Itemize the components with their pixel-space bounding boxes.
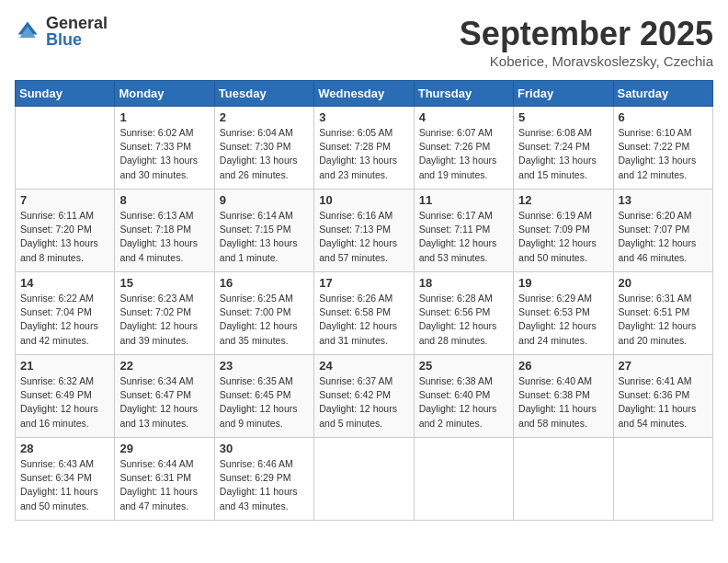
day-number: 11 bbox=[419, 193, 508, 207]
calendar-cell: 6Sunrise: 6:10 AMSunset: 7:22 PMDaylight… bbox=[613, 107, 712, 190]
week-row-5: 28Sunrise: 6:43 AMSunset: 6:34 PMDayligh… bbox=[16, 438, 713, 521]
month-title: September 2025 bbox=[460, 15, 713, 53]
calendar-cell bbox=[414, 438, 513, 521]
day-info: Sunrise: 6:17 AMSunset: 7:11 PMDaylight:… bbox=[419, 209, 508, 265]
calendar-table: SundayMondayTuesdayWednesdayThursdayFrid… bbox=[15, 80, 713, 521]
calendar-cell: 25Sunrise: 6:38 AMSunset: 6:40 PMDayligh… bbox=[414, 355, 513, 438]
day-number: 17 bbox=[319, 276, 408, 290]
week-row-3: 14Sunrise: 6:22 AMSunset: 7:04 PMDayligh… bbox=[16, 272, 713, 355]
calendar-cell: 23Sunrise: 6:35 AMSunset: 6:45 PMDayligh… bbox=[214, 355, 313, 438]
day-info: Sunrise: 6:13 AMSunset: 7:18 PMDaylight:… bbox=[119, 209, 209, 265]
calendar-cell: 10Sunrise: 6:16 AMSunset: 7:13 PMDayligh… bbox=[314, 190, 414, 272]
calendar-cell: 20Sunrise: 6:31 AMSunset: 6:51 PMDayligh… bbox=[613, 272, 712, 355]
calendar-cell: 18Sunrise: 6:28 AMSunset: 6:56 PMDayligh… bbox=[414, 272, 513, 355]
calendar-cell bbox=[16, 107, 115, 190]
logo-text: General Blue bbox=[46, 15, 108, 48]
day-info: Sunrise: 6:31 AMSunset: 6:51 PMDaylight:… bbox=[619, 292, 708, 348]
calendar-cell: 2Sunrise: 6:04 AMSunset: 7:30 PMDaylight… bbox=[214, 107, 313, 190]
location-label: Koberice, Moravskoslezsky, Czechia bbox=[460, 53, 713, 69]
page-header: General Blue September 2025 Koberice, Mo… bbox=[15, 15, 713, 69]
weekday-header-sunday: Sunday bbox=[16, 81, 115, 107]
day-number: 7 bbox=[20, 193, 109, 207]
day-info: Sunrise: 6:41 AMSunset: 6:36 PMDaylight:… bbox=[619, 374, 708, 431]
weekday-header-wednesday: Wednesday bbox=[314, 81, 414, 107]
calendar-cell: 12Sunrise: 6:19 AMSunset: 7:09 PMDayligh… bbox=[514, 190, 613, 272]
weekday-header-saturday: Saturday bbox=[613, 81, 712, 107]
day-info: Sunrise: 6:14 AMSunset: 7:15 PMDaylight:… bbox=[220, 209, 309, 265]
calendar-cell bbox=[514, 438, 613, 521]
calendar-cell: 22Sunrise: 6:34 AMSunset: 6:47 PMDayligh… bbox=[115, 355, 214, 438]
calendar-cell: 30Sunrise: 6:46 AMSunset: 6:29 PMDayligh… bbox=[214, 438, 313, 521]
day-info: Sunrise: 6:19 AMSunset: 7:09 PMDaylight:… bbox=[518, 209, 608, 265]
calendar-cell: 26Sunrise: 6:40 AMSunset: 6:38 PMDayligh… bbox=[514, 355, 613, 438]
weekday-header-monday: Monday bbox=[115, 81, 214, 107]
title-block: September 2025 Koberice, Moravskoslezsky… bbox=[460, 15, 713, 69]
day-info: Sunrise: 6:05 AMSunset: 7:28 PMDaylight:… bbox=[319, 126, 408, 182]
day-info: Sunrise: 6:46 AMSunset: 6:29 PMDaylight:… bbox=[220, 457, 309, 513]
calendar-cell: 11Sunrise: 6:17 AMSunset: 7:11 PMDayligh… bbox=[414, 190, 513, 272]
calendar-cell: 21Sunrise: 6:32 AMSunset: 6:49 PMDayligh… bbox=[16, 355, 115, 438]
day-info: Sunrise: 6:11 AMSunset: 7:20 PMDaylight:… bbox=[20, 209, 109, 265]
calendar-cell: 16Sunrise: 6:25 AMSunset: 7:00 PMDayligh… bbox=[214, 272, 313, 355]
logo-blue-label: Blue bbox=[46, 31, 108, 48]
day-number: 27 bbox=[619, 359, 708, 373]
day-number: 3 bbox=[319, 110, 408, 124]
day-number: 12 bbox=[518, 193, 608, 207]
logo-general-label: General bbox=[46, 15, 108, 31]
calendar-cell: 24Sunrise: 6:37 AMSunset: 6:42 PMDayligh… bbox=[314, 355, 414, 438]
day-info: Sunrise: 6:32 AMSunset: 6:49 PMDaylight:… bbox=[20, 374, 109, 431]
day-info: Sunrise: 6:40 AMSunset: 6:38 PMDaylight:… bbox=[518, 374, 608, 431]
day-info: Sunrise: 6:22 AMSunset: 7:04 PMDaylight:… bbox=[20, 292, 109, 348]
day-info: Sunrise: 6:10 AMSunset: 7:22 PMDaylight:… bbox=[619, 126, 708, 182]
day-number: 28 bbox=[20, 442, 109, 455]
day-info: Sunrise: 6:23 AMSunset: 7:02 PMDaylight:… bbox=[119, 292, 209, 348]
day-number: 26 bbox=[518, 359, 608, 373]
day-number: 1 bbox=[119, 110, 209, 124]
day-number: 25 bbox=[419, 359, 508, 373]
day-number: 30 bbox=[220, 442, 309, 455]
day-number: 10 bbox=[319, 193, 408, 207]
day-info: Sunrise: 6:43 AMSunset: 6:34 PMDaylight:… bbox=[20, 457, 109, 513]
day-number: 16 bbox=[220, 276, 309, 290]
day-number: 23 bbox=[220, 359, 309, 373]
day-info: Sunrise: 6:25 AMSunset: 7:00 PMDaylight:… bbox=[220, 292, 309, 348]
day-number: 15 bbox=[119, 276, 209, 290]
weekday-header-friday: Friday bbox=[514, 81, 613, 107]
calendar-cell: 29Sunrise: 6:44 AMSunset: 6:31 PMDayligh… bbox=[115, 438, 214, 521]
day-info: Sunrise: 6:29 AMSunset: 6:53 PMDaylight:… bbox=[518, 292, 608, 348]
logo-icon bbox=[15, 18, 40, 44]
calendar-cell: 15Sunrise: 6:23 AMSunset: 7:02 PMDayligh… bbox=[115, 272, 214, 355]
day-number: 9 bbox=[220, 193, 309, 207]
calendar-cell: 14Sunrise: 6:22 AMSunset: 7:04 PMDayligh… bbox=[16, 272, 115, 355]
day-number: 13 bbox=[619, 193, 708, 207]
calendar-cell bbox=[314, 438, 414, 521]
calendar-cell: 13Sunrise: 6:20 AMSunset: 7:07 PMDayligh… bbox=[613, 190, 712, 272]
day-number: 29 bbox=[119, 442, 209, 455]
weekday-header-thursday: Thursday bbox=[414, 81, 513, 107]
logo: General Blue bbox=[15, 15, 108, 48]
day-number: 18 bbox=[419, 276, 508, 290]
calendar-cell: 8Sunrise: 6:13 AMSunset: 7:18 PMDaylight… bbox=[115, 190, 214, 272]
day-info: Sunrise: 6:28 AMSunset: 6:56 PMDaylight:… bbox=[419, 292, 508, 348]
day-info: Sunrise: 6:08 AMSunset: 7:24 PMDaylight:… bbox=[518, 126, 608, 182]
day-number: 21 bbox=[20, 359, 109, 373]
day-info: Sunrise: 6:02 AMSunset: 7:33 PMDaylight:… bbox=[119, 126, 209, 182]
day-info: Sunrise: 6:35 AMSunset: 6:45 PMDaylight:… bbox=[220, 374, 309, 431]
day-info: Sunrise: 6:37 AMSunset: 6:42 PMDaylight:… bbox=[319, 374, 408, 431]
day-info: Sunrise: 6:26 AMSunset: 6:58 PMDaylight:… bbox=[319, 292, 408, 348]
weekday-header-tuesday: Tuesday bbox=[214, 81, 313, 107]
day-info: Sunrise: 6:07 AMSunset: 7:26 PMDaylight:… bbox=[419, 126, 508, 182]
day-info: Sunrise: 6:44 AMSunset: 6:31 PMDaylight:… bbox=[119, 457, 209, 513]
calendar-cell: 5Sunrise: 6:08 AMSunset: 7:24 PMDaylight… bbox=[514, 107, 613, 190]
week-row-4: 21Sunrise: 6:32 AMSunset: 6:49 PMDayligh… bbox=[16, 355, 713, 438]
calendar-cell: 28Sunrise: 6:43 AMSunset: 6:34 PMDayligh… bbox=[16, 438, 115, 521]
day-info: Sunrise: 6:38 AMSunset: 6:40 PMDaylight:… bbox=[419, 374, 508, 431]
day-number: 2 bbox=[220, 110, 309, 124]
day-number: 22 bbox=[119, 359, 209, 373]
day-number: 19 bbox=[518, 276, 608, 290]
calendar-cell: 9Sunrise: 6:14 AMSunset: 7:15 PMDaylight… bbox=[214, 190, 313, 272]
calendar-cell: 7Sunrise: 6:11 AMSunset: 7:20 PMDaylight… bbox=[16, 190, 115, 272]
calendar-cell: 27Sunrise: 6:41 AMSunset: 6:36 PMDayligh… bbox=[613, 355, 712, 438]
day-number: 5 bbox=[518, 110, 608, 124]
day-info: Sunrise: 6:04 AMSunset: 7:30 PMDaylight:… bbox=[220, 126, 309, 182]
